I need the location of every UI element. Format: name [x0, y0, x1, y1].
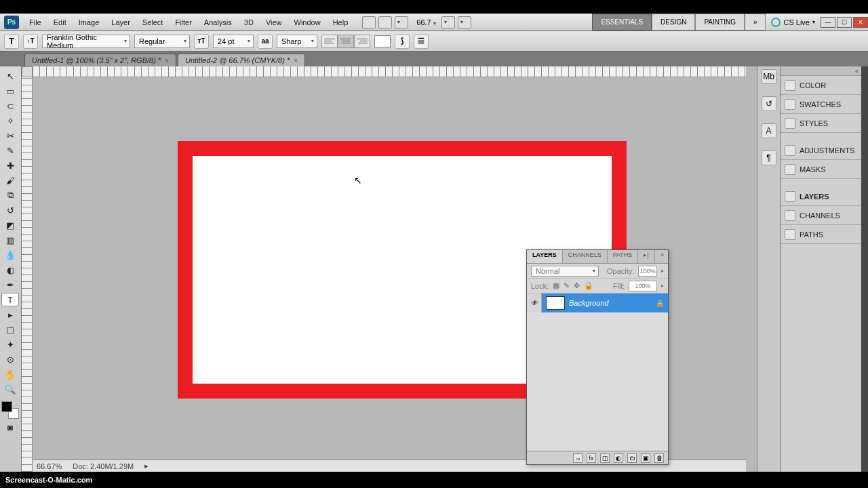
wand-tool-icon[interactable]: ✧ [1, 114, 19, 127]
font-size-dropdown[interactable]: 24 pt [213, 35, 254, 48]
launch-bridge-icon[interactable] [362, 16, 376, 28]
delete-layer-icon[interactable]: 🗑 [654, 453, 664, 463]
layer-style-icon[interactable]: fx [587, 453, 596, 463]
window-maximize-button[interactable]: ☐ [837, 17, 852, 28]
panel-collapse-icon[interactable]: ▸| [638, 250, 654, 263]
blur-tool-icon[interactable]: 💧 [1, 248, 19, 262]
panel-button-adjustments[interactable]: ADJUSTMENTS [781, 141, 861, 160]
layer-mask-icon[interactable]: ◫ [600, 453, 610, 463]
window-close-button[interactable]: ✕ [853, 17, 868, 28]
minibridge-icon[interactable]: Mb [762, 69, 776, 84]
crop-tool-icon[interactable]: ✂ [1, 129, 19, 142]
lock-all-icon[interactable]: 🔒 [584, 281, 593, 290]
shape-tool-icon[interactable]: ▢ [1, 323, 19, 336]
lock-pixels-icon[interactable]: ✎ [564, 281, 570, 290]
layer-row[interactable]: 👁 Background 🔒 [527, 293, 668, 312]
text-color-swatch[interactable] [374, 35, 391, 47]
lock-position-icon[interactable]: ✥ [574, 281, 580, 290]
marquee-tool-icon[interactable]: ▭ [1, 84, 19, 98]
launch-minibridge-icon[interactable] [378, 16, 392, 28]
screen-mode-icon[interactable] [458, 16, 471, 28]
layer-list[interactable]: 👁 Background 🔒 [527, 293, 668, 451]
move-tool-icon[interactable]: ↖ [1, 69, 19, 83]
opacity-scrub-icon[interactable]: ▸ [661, 268, 664, 274]
menu-file[interactable]: File [23, 16, 47, 29]
doc-tab-1[interactable]: Untitled-1 @ 100% (3.5" x 2", RGB/8) * × [24, 54, 176, 66]
panel-tab-layers[interactable]: LAYERS [527, 250, 563, 263]
cs-live-button[interactable]: CS Live ▾ [771, 18, 815, 27]
panel-button-masks[interactable]: MASKS [781, 160, 861, 179]
menu-select[interactable]: Select [136, 16, 170, 29]
paragraph-panel-icon[interactable]: ¶ [762, 150, 776, 165]
eraser-tool-icon[interactable]: ◩ [1, 218, 19, 232]
panel-button-layers[interactable]: LAYERS [781, 187, 861, 206]
menu-3d[interactable]: 3D [238, 16, 260, 29]
horizontal-ruler[interactable] [33, 66, 746, 77]
menu-analysis[interactable]: Analysis [198, 16, 238, 29]
align-right-button[interactable] [354, 35, 370, 48]
panel-tab-paths[interactable]: PATHS [608, 250, 639, 263]
antialias-dropdown[interactable]: Sharp [277, 35, 317, 48]
align-center-button[interactable] [338, 35, 354, 48]
arrange-docs-icon[interactable] [441, 16, 455, 28]
menu-edit[interactable]: Edit [47, 16, 73, 29]
text-orientation-icon[interactable]: ↕T [23, 34, 38, 49]
layer-visibility-icon[interactable]: 👁 [527, 293, 542, 312]
panel-button-swatches[interactable]: SWATCHES [781, 95, 861, 114]
font-style-dropdown[interactable]: Regular [134, 35, 190, 48]
ruler-origin[interactable] [22, 66, 33, 77]
panel-button-color[interactable]: COLOR [781, 76, 861, 95]
workspace-more-icon[interactable]: » [745, 14, 766, 30]
close-tab-icon[interactable]: × [165, 57, 169, 64]
status-doc-info[interactable]: Doc: 2.40M/1.29M [73, 462, 134, 470]
tool-preset-icon[interactable]: T [4, 34, 19, 49]
extras-dropdown-icon[interactable] [395, 16, 408, 28]
fill-field[interactable]: 100% [629, 281, 657, 291]
link-layers-icon[interactable]: ⨝ [573, 453, 583, 463]
menu-filter[interactable]: Filter [169, 16, 197, 29]
menu-view[interactable]: View [260, 16, 288, 29]
layer-group-icon[interactable]: 🗀 [627, 453, 637, 463]
status-menu-icon[interactable]: ▸ [144, 462, 149, 470]
quickmask-icon[interactable]: ◙ [1, 420, 19, 434]
history-panel-icon[interactable]: ↺ [762, 96, 776, 111]
eyedropper-tool-icon[interactable]: ✎ [1, 144, 19, 157]
panel-button-paths[interactable]: PATHS [781, 225, 861, 244]
status-zoom[interactable]: 66.67% [37, 462, 62, 470]
zoom-tool-icon[interactable]: 🔍 [1, 382, 19, 396]
lasso-tool-icon[interactable]: ⊂ [1, 99, 19, 113]
color-picker-foreground-background[interactable] [1, 401, 19, 419]
panel-strip-collapse-icon[interactable]: « [781, 66, 861, 76]
panel-button-channels[interactable]: CHANNELS [781, 206, 861, 225]
menu-window[interactable]: Window [288, 16, 327, 29]
workspace-essentials[interactable]: ESSENTIALS [592, 14, 652, 30]
opacity-field[interactable]: 100% [638, 266, 657, 277]
dodge-tool-icon[interactable]: ◐ [1, 263, 19, 277]
layer-thumbnail[interactable] [546, 296, 565, 310]
character-panel-icon[interactable]: ☰ [414, 34, 429, 49]
3d-tool-icon[interactable]: ✦ [1, 338, 19, 351]
lock-transparency-icon[interactable]: ▦ [553, 281, 559, 290]
workspace-painting[interactable]: PAINTING [695, 14, 744, 30]
window-minimize-button[interactable]: — [821, 17, 835, 28]
menu-layer[interactable]: Layer [105, 16, 136, 29]
fill-scrub-icon[interactable]: ▸ [661, 283, 664, 289]
font-family-dropdown[interactable]: Franklin Gothic Medium [42, 35, 130, 48]
character-panel-collapsed-icon[interactable]: A [762, 123, 776, 138]
doc-tab-2[interactable]: Untitled-2 @ 66.7% (CMYK/8) * × [178, 54, 305, 66]
vertical-ruler[interactable] [22, 77, 33, 472]
panel-tab-channels[interactable]: CHANNELS [563, 250, 608, 263]
adjustment-layer-icon[interactable]: ◐ [614, 453, 623, 463]
menu-help[interactable]: Help [327, 16, 355, 29]
pen-tool-icon[interactable]: ✒ [1, 278, 19, 291]
menu-image[interactable]: Image [73, 16, 106, 29]
foreground-color-swatch[interactable] [1, 401, 12, 412]
brush-tool-icon[interactable]: 🖌 [1, 174, 19, 187]
zoom-level-dropdown[interactable]: 66.7 [411, 18, 441, 26]
new-layer-icon[interactable]: ▣ [641, 453, 650, 463]
3d-camera-icon[interactable]: ⊙ [1, 352, 19, 366]
gradient-tool-icon[interactable]: ▥ [1, 233, 19, 247]
history-brush-icon[interactable]: ↺ [1, 203, 19, 217]
panel-button-styles[interactable]: STYLES [781, 114, 861, 133]
warp-text-icon[interactable]: ⟆ [395, 34, 410, 49]
